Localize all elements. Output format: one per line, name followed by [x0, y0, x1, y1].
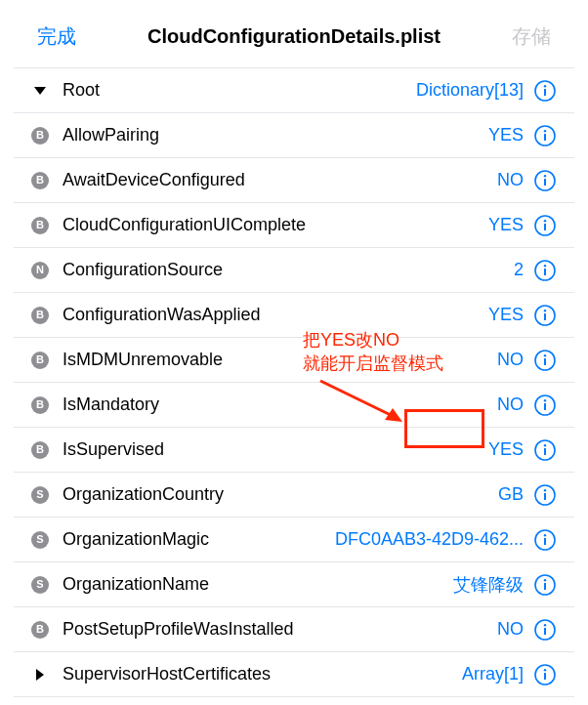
row-key: IsMandatory	[63, 394, 489, 415]
svg-rect-12	[544, 224, 546, 230]
svg-point-35	[544, 579, 546, 581]
svg-rect-27	[544, 448, 546, 455]
plist-row[interactable]: BAllowPairingYES	[14, 113, 574, 158]
plist-row[interactable]: BAwaitDeviceConfiguredNO	[14, 158, 574, 203]
svg-rect-18	[544, 313, 546, 320]
info-icon[interactable]	[533, 528, 557, 552]
chevron-right-icon[interactable]	[31, 668, 49, 682]
svg-point-38	[544, 624, 546, 626]
plist-row[interactable]: BConfigurationWasAppliedYES	[14, 293, 574, 338]
row-key: PostSetupProfileWasInstalled	[63, 619, 489, 640]
info-icon[interactable]	[533, 259, 557, 282]
info-icon[interactable]	[533, 124, 557, 147]
svg-point-42	[544, 669, 546, 671]
svg-rect-9	[544, 179, 546, 186]
save-button[interactable]: 存储	[512, 23, 551, 50]
plist-row[interactable]: SOrganizationMagicDFC0AAB3-42D9-462...	[14, 518, 574, 562]
chevron-down-icon[interactable]	[31, 84, 49, 98]
root-key: Root	[63, 80, 408, 101]
svg-marker-40	[36, 669, 44, 681]
svg-point-17	[544, 310, 546, 311]
row-value: DFC0AAB3-42D9-462...	[335, 529, 524, 550]
svg-rect-39	[544, 628, 546, 635]
type-badge: B	[31, 127, 49, 145]
plist-list: Root Dictionary[13] BAllowPairingYESBAwa…	[14, 67, 574, 697]
root-row[interactable]: Root Dictionary[13]	[14, 68, 574, 113]
svg-point-8	[544, 175, 546, 177]
plist-row[interactable]: SOrganizationName艾锋降级	[14, 562, 574, 607]
type-badge: N	[31, 262, 49, 279]
svg-point-26	[544, 444, 546, 446]
svg-rect-21	[544, 358, 546, 365]
type-badge: B	[31, 396, 49, 414]
info-icon[interactable]	[533, 304, 557, 327]
svg-point-5	[544, 130, 546, 132]
plist-row[interactable]: BPostSetupProfileWasInstalledNO	[14, 607, 574, 652]
type-badge: S	[31, 486, 49, 504]
info-icon[interactable]	[533, 483, 557, 507]
type-badge: S	[31, 576, 49, 594]
info-icon[interactable]	[533, 214, 557, 237]
plist-row[interactable]: BIsMDMUnremovableNO	[14, 338, 574, 383]
plist-row[interactable]: NConfigurationSource2	[14, 248, 574, 293]
svg-point-29	[544, 489, 546, 491]
svg-marker-0	[34, 87, 46, 95]
type-badge: B	[31, 217, 49, 234]
svg-rect-6	[544, 134, 546, 141]
row-key: SupervisorHostCertificates	[63, 664, 454, 684]
row-value: 2	[514, 260, 524, 280]
plist-row[interactable]: BCloudConfigurationUICompleteYES	[14, 203, 574, 248]
svg-rect-24	[544, 403, 546, 410]
row-value: GB	[498, 484, 524, 505]
info-icon[interactable]	[533, 663, 557, 686]
row-value: YES	[488, 439, 524, 460]
row-value: NO	[497, 170, 524, 190]
info-icon[interactable]	[533, 79, 557, 103]
row-key: IsMDMUnremovable	[63, 350, 489, 370]
row-value: YES	[488, 215, 524, 235]
row-value: YES	[488, 125, 524, 145]
row-value: 艾锋降级	[453, 573, 524, 597]
done-button[interactable]: 完成	[37, 23, 76, 50]
plist-row[interactable]: BIsSupervisedYES	[14, 428, 574, 473]
svg-point-11	[544, 220, 546, 222]
svg-rect-3	[544, 89, 546, 96]
type-badge: B	[31, 441, 49, 459]
plist-row[interactable]: SupervisorHostCertificatesArray[1]	[14, 652, 574, 697]
info-icon[interactable]	[533, 169, 557, 192]
row-key: AllowPairing	[63, 125, 481, 145]
row-key: CloudConfigurationUIComplete	[63, 215, 481, 235]
svg-point-23	[544, 399, 546, 401]
row-key: AwaitDeviceConfigured	[63, 170, 489, 190]
file-title: CloudConfigurationDetails.plist	[76, 25, 512, 48]
row-key: OrganizationMagic	[63, 529, 327, 550]
row-value: NO	[497, 619, 524, 640]
header-bar: 完成 CloudConfigurationDetails.plist 存储	[14, 0, 574, 67]
svg-point-32	[544, 534, 546, 536]
row-value: Array[1]	[462, 664, 524, 684]
info-icon[interactable]	[533, 573, 557, 597]
type-badge: B	[31, 172, 49, 189]
info-icon[interactable]	[533, 394, 557, 417]
svg-rect-36	[544, 583, 546, 590]
info-icon[interactable]	[533, 618, 557, 642]
row-value: NO	[497, 350, 524, 370]
plist-row[interactable]: BIsMandatoryNO	[14, 383, 574, 428]
row-value: YES	[488, 305, 524, 325]
root-value: Dictionary[13]	[416, 80, 524, 101]
type-badge: B	[31, 621, 49, 639]
info-icon[interactable]	[533, 438, 557, 462]
svg-point-20	[544, 354, 546, 356]
row-key: ConfigurationSource	[63, 260, 506, 280]
row-key: OrganizationCountry	[63, 484, 490, 505]
info-icon[interactable]	[533, 349, 557, 372]
row-key: IsSupervised	[63, 439, 481, 460]
row-key: ConfigurationWasApplied	[63, 305, 481, 325]
svg-point-14	[544, 265, 546, 267]
type-badge: B	[31, 352, 49, 369]
svg-rect-43	[544, 673, 546, 680]
svg-point-2	[544, 85, 546, 87]
svg-rect-30	[544, 493, 546, 500]
svg-rect-15	[544, 269, 546, 275]
plist-row[interactable]: SOrganizationCountryGB	[14, 473, 574, 518]
